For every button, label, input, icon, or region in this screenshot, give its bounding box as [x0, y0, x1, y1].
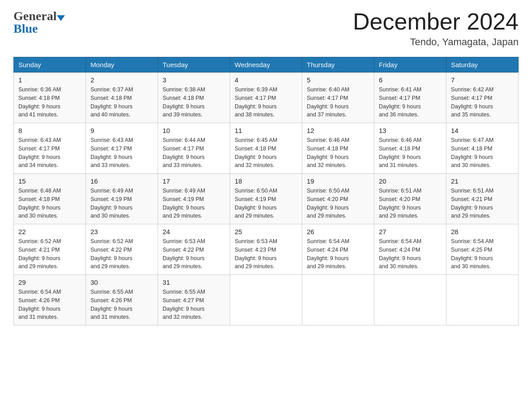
day-cell: 8Sunrise: 6:43 AMSunset: 4:17 PMDaylight…	[14, 123, 86, 174]
logo-blue-text: Blue	[13, 21, 38, 36]
header-friday: Friday	[374, 57, 446, 73]
day-info: Sunrise: 6:48 AMSunset: 4:18 PMDaylight:…	[18, 187, 81, 220]
day-number: 10	[163, 127, 225, 134]
day-info: Sunrise: 6:53 AMSunset: 4:23 PMDaylight:…	[235, 237, 297, 271]
day-number: 21	[451, 177, 514, 185]
day-cell: 14Sunrise: 6:47 AMSunset: 4:18 PMDayligh…	[446, 123, 519, 174]
day-cell: 4Sunrise: 6:39 AMSunset: 4:17 PMDaylight…	[230, 73, 302, 123]
logo-line2: Blue	[13, 21, 38, 36]
day-number: 1	[18, 76, 81, 84]
week-row-3: 15Sunrise: 6:48 AMSunset: 4:18 PMDayligh…	[14, 174, 519, 224]
day-info: Sunrise: 6:50 AMSunset: 4:19 PMDaylight:…	[235, 187, 297, 220]
day-info: Sunrise: 6:49 AMSunset: 4:19 PMDaylight:…	[90, 187, 153, 220]
day-number: 13	[379, 127, 442, 134]
day-cell: 20Sunrise: 6:51 AMSunset: 4:20 PMDayligh…	[374, 174, 446, 224]
day-info: Sunrise: 6:36 AMSunset: 4:18 PMDaylight:…	[18, 86, 81, 119]
day-cell	[302, 275, 374, 325]
day-info: Sunrise: 6:52 AMSunset: 4:22 PMDaylight:…	[90, 237, 153, 271]
day-info: Sunrise: 6:54 AMSunset: 4:25 PMDaylight:…	[451, 237, 514, 271]
day-info: Sunrise: 6:45 AMSunset: 4:18 PMDaylight:…	[235, 136, 297, 170]
day-info: Sunrise: 6:43 AMSunset: 4:17 PMDaylight:…	[90, 136, 153, 170]
week-row-2: 8Sunrise: 6:43 AMSunset: 4:17 PMDaylight…	[14, 123, 519, 174]
day-cell: 3Sunrise: 6:38 AMSunset: 4:18 PMDaylight…	[158, 73, 230, 123]
day-number: 28	[451, 228, 514, 235]
calendar-title: December 2024	[353, 9, 519, 34]
day-cell: 16Sunrise: 6:49 AMSunset: 4:19 PMDayligh…	[86, 174, 158, 224]
day-info: Sunrise: 6:53 AMSunset: 4:22 PMDaylight:…	[163, 237, 225, 271]
day-cell: 7Sunrise: 6:42 AMSunset: 4:17 PMDaylight…	[446, 73, 519, 123]
title-block: December 2024 Tendo, Yamagata, Japan	[353, 9, 519, 48]
day-cell: 26Sunrise: 6:54 AMSunset: 4:24 PMDayligh…	[302, 224, 374, 275]
day-info: Sunrise: 6:54 AMSunset: 4:24 PMDaylight:…	[379, 237, 442, 271]
day-cell: 18Sunrise: 6:50 AMSunset: 4:19 PMDayligh…	[230, 174, 302, 224]
day-cell: 30Sunrise: 6:55 AMSunset: 4:26 PMDayligh…	[86, 275, 158, 325]
day-cell: 22Sunrise: 6:52 AMSunset: 4:21 PMDayligh…	[14, 224, 86, 275]
day-number: 14	[451, 127, 514, 134]
day-number: 20	[379, 177, 442, 185]
day-number: 18	[235, 177, 297, 185]
day-number: 5	[307, 76, 369, 84]
header-sunday: Sunday	[14, 57, 86, 73]
day-number: 3	[163, 76, 225, 84]
day-cell: 17Sunrise: 6:49 AMSunset: 4:19 PMDayligh…	[158, 174, 230, 224]
day-info: Sunrise: 6:38 AMSunset: 4:18 PMDaylight:…	[163, 86, 225, 119]
day-cell	[230, 275, 302, 325]
day-info: Sunrise: 6:55 AMSunset: 4:26 PMDaylight:…	[90, 288, 153, 321]
day-cell: 12Sunrise: 6:46 AMSunset: 4:18 PMDayligh…	[302, 123, 374, 174]
day-info: Sunrise: 6:51 AMSunset: 4:21 PMDaylight:…	[451, 187, 514, 220]
day-cell: 1Sunrise: 6:36 AMSunset: 4:18 PMDaylight…	[14, 73, 86, 123]
calendar-table: SundayMondayTuesdayWednesdayThursdayFrid…	[13, 57, 519, 325]
day-cell: 21Sunrise: 6:51 AMSunset: 4:21 PMDayligh…	[446, 174, 519, 224]
day-number: 19	[307, 177, 369, 185]
day-number: 4	[235, 76, 297, 84]
day-cell: 31Sunrise: 6:55 AMSunset: 4:27 PMDayligh…	[158, 275, 230, 325]
header-row: SundayMondayTuesdayWednesdayThursdayFrid…	[14, 57, 519, 73]
day-info: Sunrise: 6:43 AMSunset: 4:17 PMDaylight:…	[18, 136, 81, 170]
day-info: Sunrise: 6:44 AMSunset: 4:17 PMDaylight:…	[163, 136, 225, 170]
day-info: Sunrise: 6:46 AMSunset: 4:18 PMDaylight:…	[379, 136, 442, 170]
day-info: Sunrise: 6:40 AMSunset: 4:17 PMDaylight:…	[307, 86, 369, 119]
day-number: 6	[379, 76, 442, 84]
day-cell: 2Sunrise: 6:37 AMSunset: 4:18 PMDaylight…	[86, 73, 158, 123]
day-cell: 19Sunrise: 6:50 AMSunset: 4:20 PMDayligh…	[302, 174, 374, 224]
day-cell: 9Sunrise: 6:43 AMSunset: 4:17 PMDaylight…	[86, 123, 158, 174]
day-number: 8	[18, 127, 81, 134]
logo: General Blue	[13, 9, 65, 36]
day-info: Sunrise: 6:54 AMSunset: 4:24 PMDaylight:…	[307, 237, 369, 271]
day-number: 9	[90, 127, 153, 134]
day-info: Sunrise: 6:52 AMSunset: 4:21 PMDaylight:…	[18, 237, 81, 271]
day-number: 30	[90, 278, 153, 286]
day-number: 27	[379, 228, 442, 235]
day-number: 23	[90, 228, 153, 235]
day-info: Sunrise: 6:42 AMSunset: 4:17 PMDaylight:…	[451, 86, 514, 119]
day-info: Sunrise: 6:55 AMSunset: 4:27 PMDaylight:…	[163, 288, 225, 321]
day-number: 2	[90, 76, 153, 84]
header-tuesday: Tuesday	[158, 57, 230, 73]
day-cell: 10Sunrise: 6:44 AMSunset: 4:17 PMDayligh…	[158, 123, 230, 174]
day-info: Sunrise: 6:47 AMSunset: 4:18 PMDaylight:…	[451, 136, 514, 170]
day-info: Sunrise: 6:46 AMSunset: 4:18 PMDaylight:…	[307, 136, 369, 170]
logo-triangle-icon	[57, 15, 65, 21]
day-number: 26	[307, 228, 369, 235]
day-cell: 23Sunrise: 6:52 AMSunset: 4:22 PMDayligh…	[86, 224, 158, 275]
day-cell: 25Sunrise: 6:53 AMSunset: 4:23 PMDayligh…	[230, 224, 302, 275]
day-number: 12	[307, 127, 369, 134]
day-info: Sunrise: 6:51 AMSunset: 4:20 PMDaylight:…	[379, 187, 442, 220]
week-row-4: 22Sunrise: 6:52 AMSunset: 4:21 PMDayligh…	[14, 224, 519, 275]
day-number: 24	[163, 228, 225, 235]
day-cell: 15Sunrise: 6:48 AMSunset: 4:18 PMDayligh…	[14, 174, 86, 224]
day-number: 16	[90, 177, 153, 185]
day-number: 31	[163, 278, 225, 286]
day-cell: 6Sunrise: 6:41 AMSunset: 4:17 PMDaylight…	[374, 73, 446, 123]
day-number: 29	[18, 278, 81, 286]
day-cell: 13Sunrise: 6:46 AMSunset: 4:18 PMDayligh…	[374, 123, 446, 174]
day-number: 15	[18, 177, 81, 185]
day-cell: 5Sunrise: 6:40 AMSunset: 4:17 PMDaylight…	[302, 73, 374, 123]
header-thursday: Thursday	[302, 57, 374, 73]
day-info: Sunrise: 6:50 AMSunset: 4:20 PMDaylight:…	[307, 187, 369, 220]
day-cell	[446, 275, 519, 325]
header-wednesday: Wednesday	[230, 57, 302, 73]
day-cell: 11Sunrise: 6:45 AMSunset: 4:18 PMDayligh…	[230, 123, 302, 174]
page-header: General Blue December 2024 Tendo, Yamaga…	[13, 9, 519, 48]
header-monday: Monday	[86, 57, 158, 73]
